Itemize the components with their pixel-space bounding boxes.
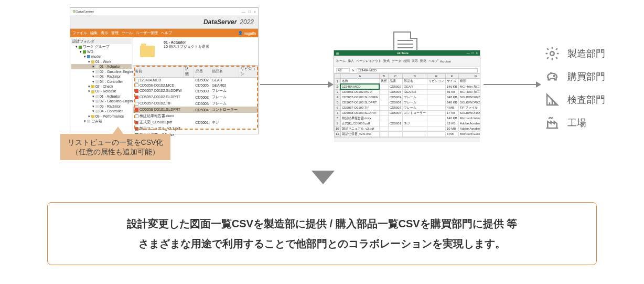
ribbon-tab[interactable]: 校閲 bbox=[403, 59, 410, 64]
cell[interactable] bbox=[427, 131, 445, 136]
tree-node[interactable]: ▾ 01 - Work bbox=[71, 59, 132, 64]
cell[interactable]: 4 MB bbox=[445, 105, 458, 110]
cell[interactable] bbox=[402, 115, 427, 121]
row-num[interactable]: 1 bbox=[335, 79, 341, 85]
cell[interactable]: CD5005 bbox=[388, 89, 402, 94]
cell[interactable]: CD5004 bbox=[388, 110, 402, 115]
cell[interactable]: フレーム bbox=[402, 94, 427, 100]
menu-item[interactable]: 表示 bbox=[101, 30, 108, 36]
close-icon[interactable]: × bbox=[476, 51, 478, 55]
col-letter[interactable]: G bbox=[458, 74, 480, 79]
cell[interactable]: 123484.MCD bbox=[340, 84, 379, 89]
col-letter[interactable]: A bbox=[340, 74, 379, 79]
menu-item[interactable]: ツール bbox=[122, 30, 133, 36]
col-letter[interactable]: F bbox=[445, 74, 458, 79]
table-row[interactable]: 2123484.MCDCD5002GEAR146 KBMC Helix 加工 bbox=[335, 84, 480, 89]
excel-cellref[interactable]: A2 bbox=[336, 68, 350, 72]
menu-item[interactable]: 管理 bbox=[111, 30, 119, 36]
menu-item[interactable]: ユーザー管理 bbox=[136, 30, 158, 36]
excel-fx-value[interactable]: 123484.MCD bbox=[357, 68, 478, 72]
tree-node[interactable]: ▾ 03 - Release bbox=[71, 89, 132, 93]
cell[interactable] bbox=[379, 115, 388, 121]
cell[interactable]: CD5057-D0100.SLDDRW bbox=[340, 94, 379, 100]
table-row[interactable]: 3CD5056-D0102.MCDCD5005GEAR0286 KBMC Hel… bbox=[335, 89, 480, 94]
cell[interactable]: Adobe Acrobat Docum bbox=[458, 121, 480, 126]
cell[interactable] bbox=[379, 126, 388, 131]
cell[interactable] bbox=[379, 89, 388, 94]
ribbon-tab[interactable]: 数式 bbox=[383, 59, 390, 64]
tree-node[interactable]: ▾ 01 - Actuator bbox=[71, 94, 132, 99]
header-cell[interactable]: 種類 bbox=[458, 79, 480, 85]
cell[interactable]: CD5001 bbox=[388, 121, 402, 126]
cell[interactable] bbox=[427, 110, 445, 115]
cell[interactable] bbox=[379, 105, 388, 110]
tree-node[interactable]: ▾ WG bbox=[71, 49, 132, 54]
ribbon-tab[interactable]: ホーム bbox=[336, 59, 346, 64]
col-letter[interactable]: D bbox=[402, 74, 427, 79]
minimize-icon[interactable]: — bbox=[467, 51, 470, 55]
cell[interactable]: SOLIDWORKS Part D bbox=[458, 100, 480, 105]
tree-node[interactable]: ▾ 09 - Performance bbox=[71, 114, 132, 119]
col-letter[interactable]: B bbox=[379, 74, 388, 79]
row-num[interactable]: 9 bbox=[335, 121, 341, 126]
table-row[interactable]: 9正式図_CD5000.pdfCD5001ネジ62 KBAdobe Acroba… bbox=[335, 121, 480, 126]
tree-node[interactable]: ▾ 02 - Gasoline-Engine bbox=[71, 69, 132, 74]
cell[interactable] bbox=[379, 100, 388, 105]
ribbon-tab[interactable]: 挿入 bbox=[348, 59, 354, 64]
cell[interactable] bbox=[379, 131, 388, 136]
row-num[interactable]: 8 bbox=[335, 115, 341, 121]
ribbon-tab[interactable]: 開発 bbox=[420, 59, 426, 64]
cell[interactable] bbox=[427, 94, 445, 100]
cell[interactable] bbox=[427, 84, 445, 89]
tree-node[interactable]: ▾ ワーク グループ bbox=[71, 44, 132, 49]
cell[interactable]: CD5058-D0100.SLDPRT bbox=[340, 110, 379, 115]
table-row[interactable]: 4CD5057-D0100.SLDDRWCD5003フレーム348 KBSOLI… bbox=[335, 94, 480, 100]
header-cell[interactable]: 状態 bbox=[379, 79, 388, 85]
cell[interactable]: CD5003 bbox=[388, 105, 402, 110]
cell[interactable] bbox=[427, 121, 445, 126]
cell[interactable]: 6 KB bbox=[445, 131, 458, 136]
header-cell[interactable]: サイズ bbox=[445, 79, 458, 85]
cell[interactable]: SOLIDWORKS Drawi bbox=[458, 94, 480, 100]
row-num[interactable]: 6 bbox=[335, 105, 341, 110]
cell[interactable]: 62 KB bbox=[445, 121, 458, 126]
header-cell[interactable]: 名称 bbox=[340, 79, 379, 85]
tree-node[interactable]: ▾ model bbox=[71, 54, 132, 59]
excel-grid[interactable]: ABCDEFG1名称状態品番部品名リビジョンサイズ種類2123484.MCDCD… bbox=[334, 73, 480, 137]
ribbon-tab[interactable]: Acrobat bbox=[440, 60, 451, 63]
cell[interactable] bbox=[427, 115, 445, 121]
col-letter[interactable]: E bbox=[427, 74, 445, 79]
header-cell[interactable]: 部品名 bbox=[402, 79, 427, 85]
cell[interactable]: GEAR02 bbox=[402, 89, 427, 94]
cell[interactable] bbox=[388, 115, 402, 121]
close-icon[interactable]: × bbox=[254, 10, 256, 14]
cell[interactable]: CD5003 bbox=[388, 100, 402, 105]
header-cell[interactable]: リビジョン bbox=[427, 79, 445, 85]
cell[interactable]: 348 KB bbox=[445, 100, 458, 105]
cell[interactable]: CD5057-D0100.SLDPRT bbox=[340, 100, 379, 105]
cell[interactable]: 17 KB bbox=[445, 110, 458, 115]
excel-ribbon[interactable]: ホーム挿入ページレイアウト数式データ校閲表示開発ヘルプAcrobat bbox=[334, 56, 480, 67]
cell[interactable] bbox=[427, 100, 445, 105]
cell[interactable]: CD5056-D0102.MCD bbox=[340, 89, 379, 94]
cell[interactable]: 検証結果報告書.docx bbox=[340, 115, 379, 121]
cell[interactable]: Microsoft Excel ワーク bbox=[458, 131, 480, 136]
row-num[interactable]: 10 bbox=[335, 126, 341, 131]
cell[interactable] bbox=[402, 131, 427, 136]
tree-node[interactable]: ▾ 01 - Actuator bbox=[71, 64, 132, 69]
tree-node[interactable]: ▾ 04 - Controller bbox=[71, 109, 132, 113]
header-cell[interactable]: 品番 bbox=[388, 79, 402, 85]
cell[interactable]: MC Helix 加工 bbox=[458, 89, 480, 94]
tree-node[interactable]: ▾ 03 - Radiator bbox=[71, 74, 132, 79]
cell[interactable]: GEAR bbox=[402, 84, 427, 89]
cell[interactable]: ネジ bbox=[402, 121, 427, 126]
tree-node[interactable]: ▾ 02 - Check bbox=[71, 84, 132, 89]
row-num[interactable]: 2 bbox=[335, 84, 341, 89]
maximize-icon[interactable]: □ bbox=[249, 10, 251, 14]
row-num[interactable]: 4 bbox=[335, 94, 341, 100]
ribbon-tab[interactable]: データ bbox=[392, 59, 401, 64]
user-label[interactable]: 👤 nagaifa bbox=[238, 31, 256, 35]
cell[interactable]: 製品マニュアル_v2.pdf bbox=[340, 126, 379, 131]
cell[interactable]: MC Helix 加工 bbox=[458, 84, 480, 89]
row-num[interactable]: 5 bbox=[335, 100, 341, 105]
